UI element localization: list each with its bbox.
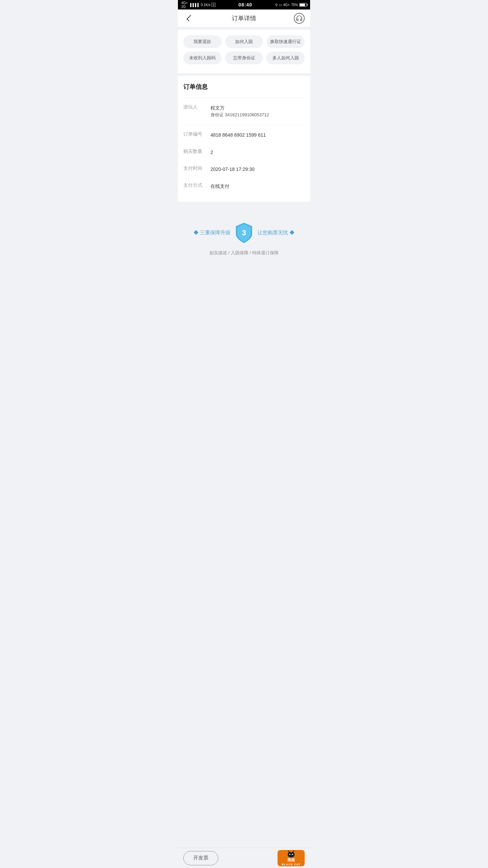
- page-title: 订单详情: [232, 14, 256, 22]
- customer-service-button[interactable]: [294, 13, 305, 24]
- order-info-section: 订单信息 游玩人 程文方 身份证 341621199106053712 订单编号…: [178, 76, 310, 202]
- nfc-icon: ▭: [279, 3, 282, 7]
- guarantee-sub-text: 如实描述 / 入园保障 / 特殊退订保障: [209, 250, 279, 256]
- fast-pass-button[interactable]: 换取快速通行证: [266, 35, 305, 48]
- payment-method-value: 在线支付: [210, 182, 305, 190]
- payment-method-label: 支付方式: [183, 182, 210, 189]
- order-number-value: 4818 8648 6902 1599 611: [210, 131, 305, 139]
- divider-1: [183, 98, 305, 98]
- battery-percent: 75%: [291, 3, 298, 7]
- quantity-value: 2: [210, 149, 305, 156]
- no-entry-code-button[interactable]: 未收到入园码: [183, 52, 222, 64]
- player-label: 游玩人: [183, 104, 210, 110]
- status-left: 4G+2G ▌▌▌▌ 0.1K/s S: [181, 1, 216, 8]
- quick-row-1: 我要退款 如何入园 换取快速通行证: [183, 35, 305, 48]
- payment-time-label: 支付时间: [183, 165, 210, 172]
- player-value: 程文方 身份证 341621199106053712: [210, 104, 305, 119]
- status-right: ⚲ ▭ 4G+ 75%: [275, 3, 307, 7]
- network-type: 4G+: [283, 3, 290, 7]
- quantity-label: 购买数量: [183, 149, 210, 155]
- quick-actions-section: 我要退款 如何入园 换取快速通行证 未收到入园码 忘带身份证 多人如何入园: [178, 30, 310, 73]
- data-speed: 0.1K/s: [201, 3, 210, 7]
- how-to-enter-button[interactable]: 如何入园: [225, 35, 263, 48]
- signal-bars: ▌▌▌▌: [190, 3, 200, 7]
- payment-time-row: 支付时间 2020-07-18 17:29:30: [183, 161, 305, 178]
- player-row: 游玩人 程文方 身份证 341621199106053712: [183, 99, 305, 123]
- shield-badge: 3: [235, 222, 253, 244]
- forgot-id-button[interactable]: 忘带身份证: [225, 52, 263, 64]
- order-number-label: 订单编号: [183, 131, 210, 137]
- payment-time-value: 2020-07-18 17:29:30: [210, 165, 305, 173]
- refund-button[interactable]: 我要退款: [183, 35, 222, 48]
- order-section-title: 订单信息: [183, 83, 305, 91]
- quick-row-2: 未收到入园码 忘带身份证 多人如何入园: [183, 52, 305, 64]
- guarantee-right-text: 让您购票无忧 ◆: [258, 230, 294, 236]
- player-id: 身份证 341621199106053712: [210, 112, 305, 119]
- group-entry-button[interactable]: 多人如何入园: [266, 52, 305, 64]
- header: 订单详情: [178, 9, 310, 27]
- payment-method-row: 支付方式 在线支付: [183, 178, 305, 195]
- back-button[interactable]: [183, 13, 194, 24]
- order-number-row: 订单编号 4818 8648 6902 1599 611: [183, 126, 305, 143]
- guarantee-section: ◆ 三重保障升级 3 让您购票无忧 ◆ 如实描述 / 入园保障 / 特殊退订保障: [178, 212, 310, 263]
- divider-2: [183, 125, 305, 125]
- quantity-row: 购买数量 2: [183, 144, 305, 161]
- status-time: 08:40: [238, 2, 252, 7]
- back-icon: [186, 15, 193, 21]
- s-icon: S: [211, 3, 216, 7]
- battery-icon: [299, 3, 307, 7]
- bluetooth-icon: ⚲: [275, 3, 278, 7]
- guarantee-row: ◆ 三重保障升级 3 让您购票无忧 ◆: [194, 222, 294, 244]
- network-indicator: 4G+2G: [181, 1, 188, 8]
- shield-number: 3: [242, 229, 246, 237]
- guarantee-left-text: ◆ 三重保障升级: [194, 230, 230, 236]
- status-bar: 4G+2G ▌▌▌▌ 0.1K/s S 08:40 ⚲ ▭ 4G+ 75%: [178, 0, 310, 9]
